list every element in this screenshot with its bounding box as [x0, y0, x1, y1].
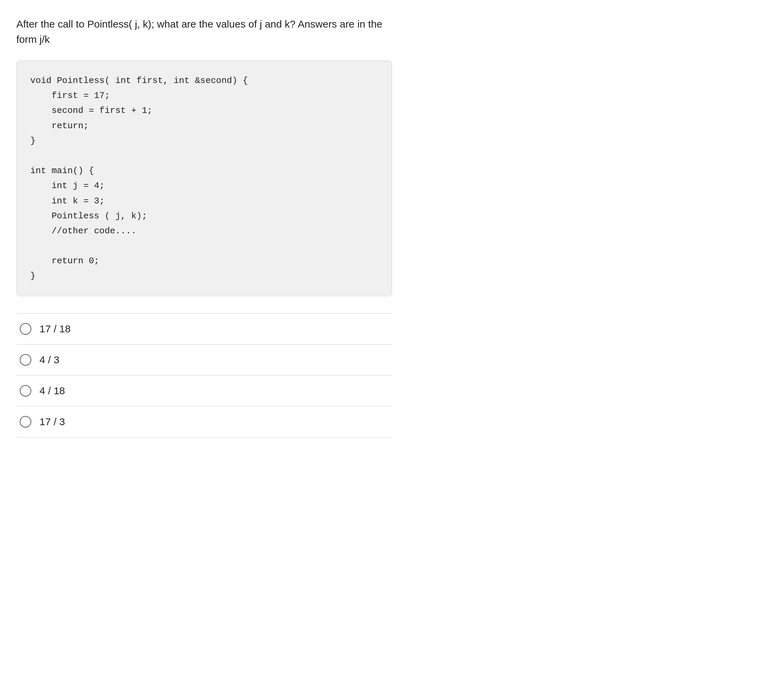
options-list: 17 / 18 4 / 3 4 / 18 17 / 3	[16, 313, 392, 438]
option-item-4[interactable]: 17 / 3	[16, 406, 392, 438]
code-block: void Pointless( int first, int &second) …	[16, 61, 392, 296]
option-label-1: 17 / 18	[40, 323, 71, 335]
option-label-2: 4 / 3	[40, 354, 59, 365]
option-item-3[interactable]: 4 / 18	[16, 375, 392, 406]
option-item-2[interactable]: 4 / 3	[16, 344, 392, 375]
question-text: After the call to Pointless( j, k); what…	[16, 16, 392, 47]
option-label-3: 4 / 18	[40, 385, 65, 397]
option-item-1[interactable]: 17 / 18	[16, 313, 392, 344]
radio-option-4[interactable]	[20, 416, 31, 428]
radio-option-3[interactable]	[20, 385, 31, 397]
radio-option-2[interactable]	[20, 354, 31, 365]
option-label-4: 17 / 3	[40, 416, 65, 428]
radio-option-1[interactable]	[20, 323, 31, 335]
